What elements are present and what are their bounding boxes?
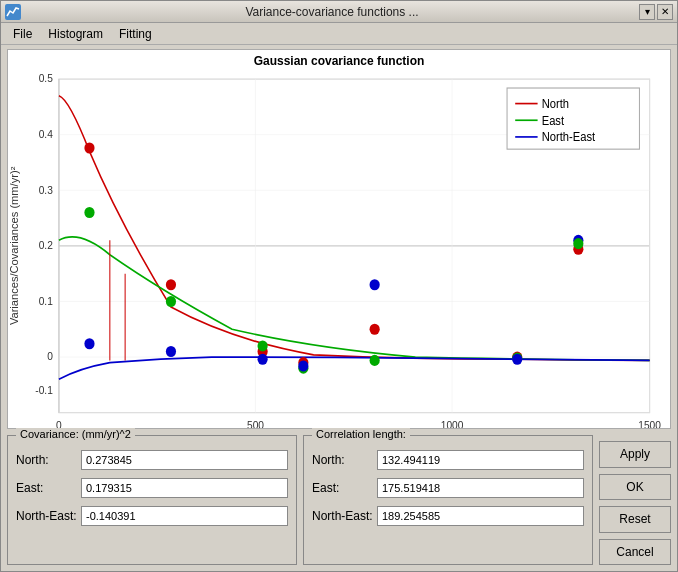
reset-button[interactable]: Reset — [599, 506, 671, 533]
svg-text:North-East: North-East — [542, 130, 596, 144]
svg-point-29 — [166, 279, 176, 290]
svg-point-42 — [258, 354, 268, 365]
correlation-northeast-label: North-East: — [312, 509, 377, 523]
chart-svg: 0.5 0.4 0.3 0.2 0.1 0 -0.1 Variances/Cov… — [8, 68, 670, 429]
covariance-legend: Covariance: (mm/yr)^2 — [16, 428, 135, 440]
svg-text:0.5: 0.5 — [39, 72, 53, 85]
svg-point-38 — [370, 355, 380, 366]
svg-text:0.4: 0.4 — [39, 128, 53, 141]
title-bar: Variance-covariance functions ... ▾ ✕ — [1, 1, 677, 23]
apply-button[interactable]: Apply — [599, 441, 671, 468]
chart-title: Gaussian covariance function — [8, 50, 670, 68]
covariance-east-label: East: — [16, 481, 81, 495]
svg-point-40 — [84, 338, 94, 349]
svg-point-43 — [298, 360, 308, 371]
correlation-legend: Correlation length: — [312, 428, 410, 440]
svg-point-44 — [370, 279, 380, 290]
menu-fitting[interactable]: Fitting — [111, 25, 160, 43]
svg-text:500: 500 — [247, 419, 264, 429]
minimize-button[interactable]: ▾ — [639, 4, 655, 20]
main-window: Variance-covariance functions ... ▾ ✕ Fi… — [0, 0, 678, 572]
correlation-northeast-input[interactable] — [377, 506, 584, 526]
covariance-east-row: East: — [16, 478, 288, 498]
window-controls: ▾ ✕ — [639, 4, 673, 20]
chart-area: Gaussian covariance function 0.5 0.4 0.3… — [7, 49, 671, 429]
svg-point-41 — [166, 346, 176, 357]
svg-text:0.3: 0.3 — [39, 183, 53, 196]
close-button[interactable]: ✕ — [657, 4, 673, 20]
covariance-north-input[interactable] — [81, 450, 288, 470]
covariance-north-label: North: — [16, 453, 81, 467]
action-buttons: Apply OK Reset Cancel — [599, 435, 671, 565]
covariance-group: Covariance: (mm/yr)^2 North: East: North… — [7, 435, 297, 565]
svg-point-48 — [573, 238, 583, 249]
svg-point-36 — [258, 340, 268, 351]
svg-point-28 — [84, 142, 94, 153]
covariance-north-row: North: — [16, 450, 288, 470]
menu-bar: File Histogram Fitting — [1, 23, 677, 45]
svg-point-35 — [166, 296, 176, 307]
bottom-panel: Covariance: (mm/yr)^2 North: East: North… — [1, 431, 677, 571]
svg-point-34 — [84, 207, 94, 218]
covariance-northeast-label: North-East: — [16, 509, 81, 523]
svg-point-32 — [370, 324, 380, 335]
ok-button[interactable]: OK — [599, 474, 671, 501]
svg-text:0: 0 — [47, 350, 53, 363]
svg-text:Variances/Covariances (mm/yr)²: Variances/Covariances (mm/yr)² — [9, 166, 20, 325]
covariance-east-input[interactable] — [81, 478, 288, 498]
correlation-east-input[interactable] — [377, 478, 584, 498]
correlation-north-input[interactable] — [377, 450, 584, 470]
svg-text:North: North — [542, 97, 569, 111]
correlation-north-row: North: — [312, 450, 584, 470]
correlation-east-row: East: — [312, 478, 584, 498]
correlation-northeast-row: North-East: — [312, 506, 584, 526]
covariance-northeast-row: North-East: — [16, 506, 288, 526]
svg-point-45 — [512, 354, 522, 365]
correlation-east-label: East: — [312, 481, 377, 495]
svg-text:0.1: 0.1 — [39, 294, 53, 307]
window-title: Variance-covariance functions ... — [25, 5, 639, 19]
cancel-button[interactable]: Cancel — [599, 539, 671, 566]
svg-text:East: East — [542, 113, 565, 127]
svg-text:1500: 1500 — [638, 419, 661, 429]
menu-histogram[interactable]: Histogram — [40, 25, 111, 43]
svg-text:0.2: 0.2 — [39, 239, 53, 252]
menu-file[interactable]: File — [5, 25, 40, 43]
correlation-north-label: North: — [312, 453, 377, 467]
app-icon — [5, 4, 21, 20]
correlation-group: Correlation length: North: East: North-E… — [303, 435, 593, 565]
svg-text:1000: 1000 — [441, 419, 464, 429]
covariance-northeast-input[interactable] — [81, 506, 288, 526]
svg-text:-0.1: -0.1 — [35, 383, 53, 396]
